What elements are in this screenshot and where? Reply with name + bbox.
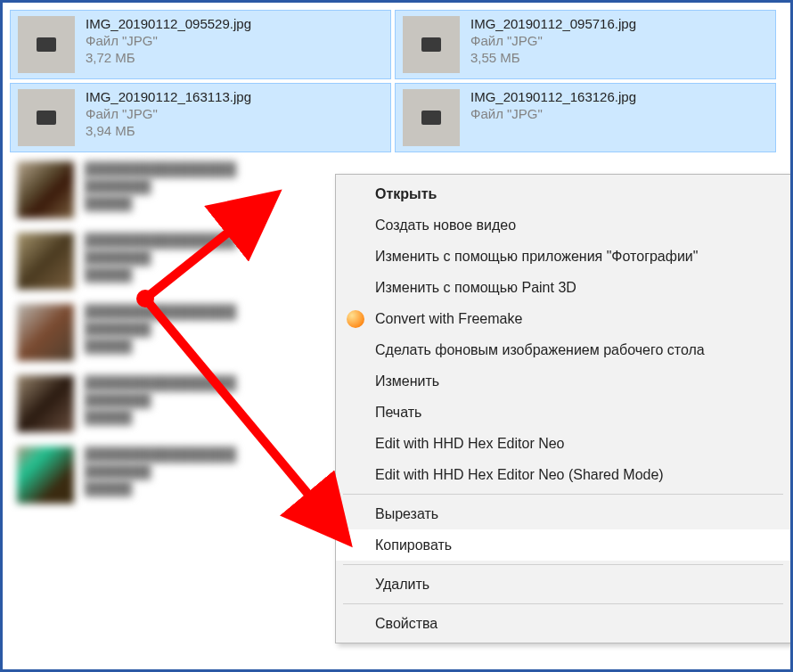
menu-separator: [343, 603, 783, 604]
menu-set-wallpaper[interactable]: Сделать фоновым изображением рабочего ст…: [336, 334, 790, 365]
menu-hex2[interactable]: Edit with HHD Hex Editor Neo (Shared Mod…: [336, 459, 790, 490]
file-thumbnail-icon: [17, 447, 74, 504]
file-info: ████████████████ ███████ █████: [85, 375, 236, 424]
menu-paint3d[interactable]: Изменить с помощью Paint 3D: [336, 272, 790, 303]
file-item[interactable]: IMG_20190112_163113.jpg Файл "JPG" 3,94 …: [10, 83, 391, 152]
file-size: █████: [85, 266, 236, 282]
menu-photos-edit[interactable]: Изменить с помощью приложения "Фотографи…: [336, 241, 790, 272]
file-item[interactable]: IMG_20190112_163126.jpg Файл "JPG": [395, 83, 776, 152]
file-type: Файл "JPG": [470, 106, 636, 121]
file-thumbnail-icon: [17, 161, 74, 218]
file-size: █████: [85, 480, 236, 496]
file-info: IMG_20190112_163126.jpg Файл "JPG": [470, 89, 636, 121]
file-item-obscured[interactable]: ████████████████ ███████ █████: [10, 299, 391, 366]
menu-hex1[interactable]: Edit with HHD Hex Editor Neo: [336, 428, 790, 459]
file-item-obscured[interactable]: ████████████████ ███████ █████: [10, 370, 391, 438]
file-type: Файл "JPG": [470, 33, 636, 48]
file-info: IMG_20190112_095529.jpg Файл "JPG" 3,72 …: [86, 16, 251, 65]
file-type: ███████: [85, 392, 236, 407]
file-name: ████████████████: [85, 447, 236, 462]
menu-properties[interactable]: Свойства: [336, 608, 790, 639]
context-menu: Открыть Создать новое видео Изменить с п…: [335, 174, 791, 643]
menu-edit[interactable]: Изменить: [336, 365, 790, 397]
file-info: ████████████████ ███████ █████: [85, 304, 236, 353]
file-thumbnail-icon: [17, 304, 74, 361]
file-thumbnail-icon: [403, 89, 460, 146]
menu-label: Convert with Freemake: [375, 311, 522, 327]
file-name: IMG_20190112_095716.jpg: [470, 16, 636, 31]
menu-copy[interactable]: Копировать: [336, 529, 790, 561]
file-name: ████████████████: [85, 233, 236, 248]
file-name: ████████████████: [85, 375, 236, 390]
file-info: ████████████████ ███████ █████: [85, 447, 236, 496]
file-thumbnail-icon: [18, 16, 75, 73]
file-name: ████████████████: [85, 304, 236, 319]
file-item-obscured[interactable]: ████████████████ ███████ █████: [10, 227, 391, 295]
file-type: ███████: [85, 463, 236, 479]
file-size: █████: [85, 409, 236, 424]
file-thumbnail-icon: [403, 16, 460, 73]
file-size: 3,72 МБ: [86, 50, 251, 65]
file-item[interactable]: IMG_20190112_095529.jpg Файл "JPG" 3,72 …: [10, 10, 391, 79]
file-type: ███████: [85, 250, 236, 265]
file-size: 3,94 МБ: [86, 123, 251, 138]
file-info: IMG_20190112_095716.jpg Файл "JPG" 3,55 …: [470, 16, 636, 65]
file-info: IMG_20190112_163113.jpg Файл "JPG" 3,94 …: [86, 89, 251, 138]
menu-delete[interactable]: Удалить: [336, 569, 790, 600]
file-thumbnail-icon: [18, 89, 75, 146]
file-size: █████: [85, 195, 236, 210]
menu-print[interactable]: Печать: [336, 397, 790, 428]
menu-freemake[interactable]: Convert with Freemake: [336, 303, 790, 334]
freemake-icon: [347, 310, 364, 328]
file-type: Файл "JPG": [86, 106, 251, 121]
file-thumbnail-icon: [17, 375, 74, 432]
file-type: Файл "JPG": [86, 33, 251, 48]
menu-cut[interactable]: Вырезать: [336, 498, 790, 529]
file-size: █████: [85, 338, 236, 353]
menu-separator: [343, 494, 783, 495]
file-name: ████████████████: [85, 161, 236, 176]
file-thumbnail-icon: [17, 233, 74, 290]
file-item[interactable]: IMG_20190112_095716.jpg Файл "JPG" 3,55 …: [395, 10, 776, 79]
menu-separator: [343, 564, 783, 565]
file-name: IMG_20190112_163126.jpg: [470, 89, 636, 104]
file-item-obscured[interactable]: ████████████████ ███████ █████: [10, 441, 391, 509]
menu-open[interactable]: Открыть: [336, 178, 790, 209]
file-info: ████████████████ ███████ █████: [85, 233, 236, 282]
file-name: IMG_20190112_095529.jpg: [86, 16, 251, 31]
file-info: ████████████████ ███████ █████: [85, 161, 236, 210]
file-type: ███████: [85, 321, 236, 336]
menu-new-video[interactable]: Создать новое видео: [336, 209, 790, 241]
file-name: IMG_20190112_163113.jpg: [86, 89, 251, 104]
file-type: ███████: [85, 178, 236, 193]
file-item-obscured[interactable]: ████████████████ ███████ █████: [10, 156, 391, 224]
file-size: 3,55 МБ: [470, 50, 636, 65]
